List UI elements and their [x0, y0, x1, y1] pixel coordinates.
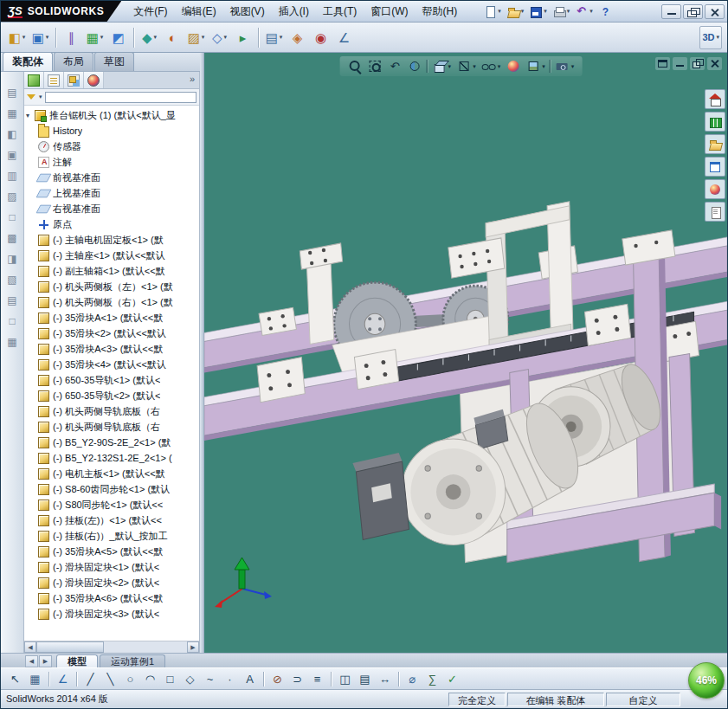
view-settings-button[interactable]: ▾: [554, 58, 576, 74]
tree-item[interactable]: (-) 主轴座<1> (默认<<默认: [24, 248, 199, 263]
offset-entities-button[interactable]: ≡: [308, 670, 326, 688]
insert-component-button[interactable]: ▣▾: [29, 26, 51, 49]
design-library-button[interactable]: [705, 112, 725, 132]
tree-horizontal-scrollbar[interactable]: ◀ ▶: [24, 641, 199, 653]
scroll-right-button[interactable]: ▶: [187, 641, 199, 653]
tree-item[interactable]: (-) 滑块固定块<3> (默认<: [24, 606, 199, 622]
dock-button-1[interactable]: ▤: [3, 84, 22, 101]
view-orientation-button[interactable]: ▾: [431, 58, 453, 74]
quick-help-button[interactable]: [596, 4, 614, 19]
commandmanager-tab-sketch[interactable]: 草图: [94, 52, 134, 71]
tab-model[interactable]: 模型: [56, 654, 98, 667]
commandmanager-tab-assembly[interactable]: 装配体: [3, 52, 53, 71]
mass-properties-button[interactable]: ∑: [423, 670, 441, 688]
trim-entities-button[interactable]: ⊘: [268, 670, 287, 688]
solidworks-resources-button[interactable]: [705, 89, 725, 109]
document-minimize-button[interactable]: [673, 57, 687, 70]
tree-item[interactable]: (-) 35滑块A<3> (默认<<默: [24, 341, 199, 357]
new-motion-study-button[interactable]: ▸: [232, 26, 254, 49]
tree-item[interactable]: (-) 650-35导轨<2> (默认<: [24, 388, 199, 403]
dock-button-4[interactable]: ▣: [3, 146, 22, 164]
3d-model-canvas[interactable]: [204, 53, 727, 653]
line-button[interactable]: ╱: [81, 670, 100, 688]
linear-sketch-pattern-button[interactable]: ▤: [356, 670, 374, 688]
exploded-view-button[interactable]: ◈: [287, 26, 308, 49]
tree-item[interactable]: (-) 35滑块A<5> (默认<<默: [24, 544, 199, 559]
tree-item[interactable]: (-) 35滑块A<1> (默认<<默: [24, 310, 199, 325]
sketch-button[interactable]: ▦: [26, 670, 44, 688]
appearances-button[interactable]: [705, 179, 725, 199]
dock-button-11[interactable]: ▤: [3, 292, 22, 309]
quick-print-button[interactable]: ▾: [551, 4, 572, 19]
tab-motion-study-1[interactable]: 运动算例1: [100, 654, 165, 667]
hide-show-items-button[interactable]: ▾: [480, 58, 502, 74]
dock-button-5[interactable]: ▥: [3, 167, 22, 184]
interference-detection-button[interactable]: ◉: [310, 26, 332, 49]
tree-item[interactable]: 上视基准面: [24, 185, 199, 201]
dock-button-9[interactable]: ◨: [3, 250, 22, 267]
centerline-button[interactable]: ╲: [101, 670, 119, 688]
edit-component-button[interactable]: ◧▾: [6, 26, 28, 49]
zoom-fit-button[interactable]: [347, 58, 364, 74]
mate-button[interactable]: ∥: [61, 26, 82, 49]
menu-help[interactable]: 帮助(H): [416, 1, 465, 23]
quick-open-button[interactable]: ▾: [505, 4, 526, 19]
section-view-button[interactable]: [407, 58, 423, 74]
custom-properties-button[interactable]: [705, 202, 725, 222]
dock-button-6[interactable]: ▨: [3, 188, 22, 205]
tree-item[interactable]: (-) 35滑块A<6> (默认<<默: [24, 590, 199, 606]
panel-tab-property-manager[interactable]: [44, 72, 64, 88]
quick-save-button[interactable]: ▾: [527, 4, 549, 19]
display-style-button[interactable]: ▾: [455, 58, 477, 74]
tree-item[interactable]: (-) S80同步轮<1> (默认<<: [24, 497, 199, 512]
tree-item[interactable]: (-) 机头两侧导轨底板（右: [24, 419, 199, 435]
commandmanager-tab-layout[interactable]: 布局: [54, 52, 93, 71]
tree-item[interactable]: 前视基准面: [24, 170, 199, 185]
menu-file[interactable]: 文件(F): [126, 1, 174, 23]
tree-item[interactable]: History: [24, 123, 199, 139]
tree-item[interactable]: (-) 机头两侧导轨底板（右: [24, 403, 199, 419]
expander-icon[interactable]: ▾: [26, 112, 35, 119]
tree-item[interactable]: (-) 35滑块<2> (默认<<默认: [24, 325, 199, 341]
tree-item[interactable]: (-) 挂板(左)）<1> (默认<<: [24, 512, 199, 528]
tree-item[interactable]: 右视基准面: [24, 201, 199, 216]
tree-item[interactable]: (-) 滑块固定块<2> (默认<: [24, 575, 199, 590]
scroll-left-button[interactable]: ◀: [25, 655, 38, 667]
panel-tab-feature-manager[interactable]: [24, 72, 44, 88]
menu-view[interactable]: 视图(V): [223, 1, 272, 23]
mirror-entities-button[interactable]: ◫: [336, 670, 354, 688]
select-button[interactable]: ↖: [6, 670, 24, 688]
move-component-button[interactable]: ◆▾: [139, 26, 160, 49]
tree-root-item[interactable]: ▾推台锯机头 (1) (默认<默认_显: [24, 107, 199, 123]
document-close-button[interactable]: [707, 57, 722, 70]
dock-button-7[interactable]: □: [3, 209, 22, 226]
document-float-button[interactable]: [655, 57, 670, 70]
tree-item[interactable]: (-) 35滑块<4> (默认<<默认: [24, 357, 199, 372]
check-sketch-button[interactable]: ✓: [443, 670, 461, 688]
scroll-thumb[interactable]: [36, 641, 104, 653]
tree-item[interactable]: (-) B5_Y2-90S-2E_2<1> (默: [24, 435, 199, 450]
dock-button-12[interactable]: □: [3, 313, 22, 330]
apply-scene-button[interactable]: ▾: [525, 58, 546, 74]
previous-view-button[interactable]: ↶: [387, 58, 403, 74]
file-explorer-button[interactable]: [705, 134, 725, 154]
move-entities-button[interactable]: ↔: [376, 670, 394, 688]
filter-input[interactable]: [45, 92, 196, 103]
panel-tabs-overflow-button[interactable]: »: [185, 72, 199, 88]
scroll-left-button[interactable]: ◀: [24, 641, 36, 653]
quick-undo-button[interactable]: ▾: [573, 4, 595, 19]
tree-item[interactable]: (-) 650-35导轨<1> (默认<: [24, 372, 199, 388]
panel-tab-display-manager[interactable]: [84, 72, 104, 88]
tree-item[interactable]: (-) 滑块固定块<1> (默认<: [24, 559, 199, 575]
dock-button-10[interactable]: ▧: [3, 271, 22, 288]
dock-button-2[interactable]: ▦: [3, 105, 22, 122]
close-button[interactable]: [705, 4, 725, 19]
dock-button-3[interactable]: ◧: [3, 126, 22, 143]
zoom-area-button[interactable]: [367, 58, 383, 74]
reference-geometry-button[interactable]: ◇▾: [209, 26, 230, 49]
tree-item[interactable]: (-) 挂板(右)）_默认_按加工: [24, 528, 199, 544]
show-hidden-components-button[interactable]: ◐: [162, 26, 184, 49]
scroll-track[interactable]: [36, 641, 187, 653]
bill-of-materials-button[interactable]: ▤▾: [263, 26, 285, 49]
arc-button[interactable]: ◠: [141, 670, 159, 688]
